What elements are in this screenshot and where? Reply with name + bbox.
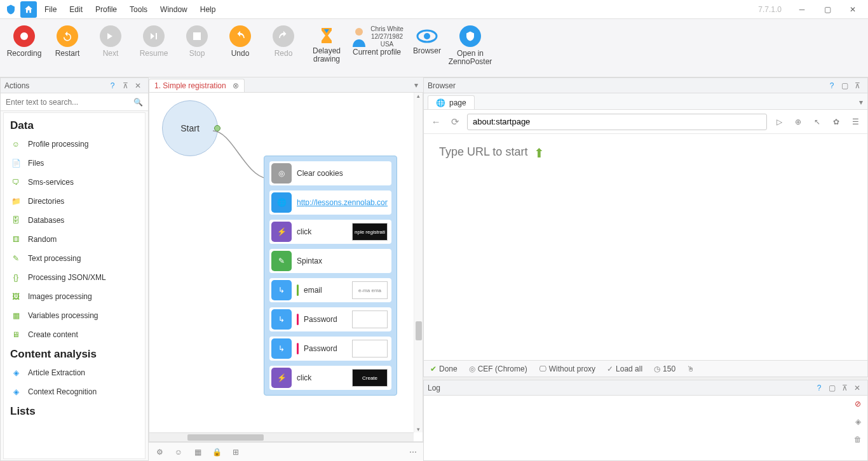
action-item[interactable]: 📁Directories (4, 192, 145, 211)
action-item[interactable]: 🖥Create content (4, 325, 145, 344)
restart-button[interactable]: Restart (46, 23, 89, 60)
step-row[interactable]: 🌐http://lessons.zennolab.com/en/index (269, 190, 391, 215)
browser-button[interactable]: Browser (405, 23, 449, 58)
canvas-tab[interactable]: 1. Simple registration ⊗ (149, 79, 245, 92)
svg-point-4 (424, 33, 430, 39)
action-item[interactable]: ◈Context Recognition (4, 382, 145, 401)
menu-edit[interactable]: Edit (63, 0, 89, 19)
stop-button[interactable]: Stop (175, 23, 219, 60)
step-row[interactable]: ⚡clickCreate (269, 366, 391, 390)
window-maximize[interactable]: ▢ (815, 0, 840, 19)
trash-icon[interactable]: 🗑 (852, 435, 864, 446)
menu-help[interactable]: Help (194, 0, 222, 19)
action-item[interactable]: 📄Files (4, 154, 145, 173)
step-icon: ⚡ (271, 368, 292, 388)
go-icon[interactable]: ▷ (772, 117, 786, 126)
window-minimize[interactable]: ─ (789, 0, 815, 19)
step-row[interactable]: ⚡clicknple registrati (269, 220, 391, 244)
maximize-icon[interactable]: ▢ (825, 384, 838, 392)
browser-tab[interactable]: 🌐 page (428, 95, 475, 109)
actions-search[interactable]: 🔍 (1, 93, 148, 111)
back-icon[interactable]: ← (429, 116, 443, 127)
step-label: click (297, 227, 347, 236)
step-row[interactable]: ↳Password (269, 307, 391, 331)
action-item[interactable]: 🗨Sms-services (4, 173, 145, 192)
grid-icon[interactable]: ▦ (192, 446, 203, 458)
canvas-v-scrollbar[interactable] (414, 93, 423, 432)
action-item[interactable]: ▦Variables processing (4, 306, 145, 325)
open-in-zennoposter-button[interactable]: Open in ZennoPoster (449, 23, 492, 69)
add-icon[interactable]: ⊞ (230, 446, 241, 458)
app-logo-icon[interactable] (3, 1, 19, 18)
action-label: Sms-services (28, 178, 74, 187)
log-body[interactable]: ⊘ ◈ 🗑 (424, 396, 867, 460)
recording-button[interactable]: Recording (3, 23, 46, 60)
canvas-tabs: 1. Simple registration ⊗ ▾ (149, 77, 423, 93)
tag-icon[interactable]: ◈ (852, 417, 864, 429)
close-icon[interactable]: ✕ (132, 81, 144, 90)
action-icon: 📁 (10, 196, 22, 207)
action-item[interactable]: ✎Text processing (4, 249, 145, 268)
search-icon[interactable]: 🔍 (133, 98, 143, 107)
help-icon[interactable]: ? (825, 81, 838, 90)
action-item[interactable]: ⚅Random (4, 230, 145, 249)
help-icon[interactable]: ? (106, 81, 119, 90)
browser-panel-header: Browser ? ▢ ⊼ (424, 78, 867, 93)
reload-icon[interactable]: ⟳ (448, 116, 462, 128)
window-close[interactable]: ✕ (840, 0, 865, 19)
home-button[interactable] (20, 1, 37, 18)
target-icon[interactable]: ⊕ (791, 117, 805, 126)
menu-window[interactable]: Window (154, 0, 194, 19)
user-icon[interactable]: ☺ (173, 446, 184, 458)
search-input[interactable] (6, 98, 133, 107)
step-row[interactable]: ↳Password (269, 337, 391, 361)
action-icon: ✎ (10, 253, 22, 264)
pin-icon[interactable]: ⊼ (838, 384, 851, 392)
current-profile-button[interactable]: Chris White 12/27/1982 USA Current profi… (348, 23, 405, 59)
tabs-dropdown[interactable]: ▾ (409, 77, 423, 92)
pin-icon[interactable]: ⊼ (851, 81, 864, 90)
settings-icon[interactable]: ⚙ (154, 446, 165, 458)
pin-icon[interactable]: ⊼ (119, 81, 132, 90)
maximize-icon[interactable]: ▢ (838, 81, 851, 90)
lock-icon[interactable]: 🔒 (211, 446, 222, 458)
resume-button[interactable]: Resume (132, 23, 175, 60)
extension-icon[interactable]: ✿ (829, 117, 843, 126)
canvas[interactable]: Start ◎Clear cookies🌐http://lessons.zenn… (149, 93, 423, 442)
browser-tabs: 🌐 page ▾ (424, 93, 867, 110)
step-bar (297, 343, 299, 354)
pointer-icon[interactable]: ↖ (810, 117, 824, 126)
action-item[interactable]: 🖼Images processing (4, 287, 145, 306)
menu-profile[interactable]: Profile (89, 0, 123, 19)
start-node[interactable]: Start (162, 100, 218, 156)
step-icon: ◎ (271, 163, 292, 184)
menu-icon[interactable]: ☰ (848, 117, 862, 126)
delayed-drawing-button[interactable]: Delayed drawing (305, 23, 348, 66)
tab-close-icon[interactable]: ⊗ (233, 81, 239, 90)
step-link[interactable]: http://lessons.zennolab.com/en/index (297, 198, 388, 207)
help-icon[interactable]: ? (813, 384, 825, 392)
action-item[interactable]: {}Processing JSON/XML (4, 268, 145, 287)
menu-file[interactable]: File (38, 0, 63, 19)
action-item[interactable]: ☺Profile processing (4, 135, 145, 154)
redo-button[interactable]: Redo (262, 23, 305, 60)
step-row[interactable]: ✎Spintax (269, 249, 391, 273)
undo-button[interactable]: Undo (219, 23, 262, 60)
close-icon[interactable]: ✕ (851, 384, 864, 392)
action-item[interactable]: ◈Article Extraction (4, 363, 145, 382)
clear-error-icon[interactable]: ⊘ (852, 399, 864, 411)
more-icon[interactable]: ⋯ (409, 448, 418, 457)
next-button[interactable]: Next (89, 23, 132, 60)
browser-tabs-dropdown[interactable]: ▾ (855, 98, 867, 109)
step-label: Clear cookies (297, 169, 388, 178)
step-row[interactable]: ◎Clear cookies (269, 161, 391, 185)
action-group[interactable]: ◎Clear cookies🌐http://lessons.zennolab.c… (264, 156, 397, 396)
action-icon: ▦ (10, 310, 22, 321)
canvas-h-scrollbar[interactable] (149, 432, 414, 441)
url-input[interactable] (467, 114, 767, 130)
actions-list[interactable]: Data ☺Profile processing📄Files🗨Sms-servi… (3, 112, 146, 459)
browser-viewport[interactable]: Type URL to start ⬆ (424, 134, 867, 360)
step-row[interactable]: ↳emaile-ma ema (269, 278, 391, 302)
menu-tools[interactable]: Tools (123, 0, 154, 19)
action-item[interactable]: 🗄Databases (4, 211, 145, 230)
